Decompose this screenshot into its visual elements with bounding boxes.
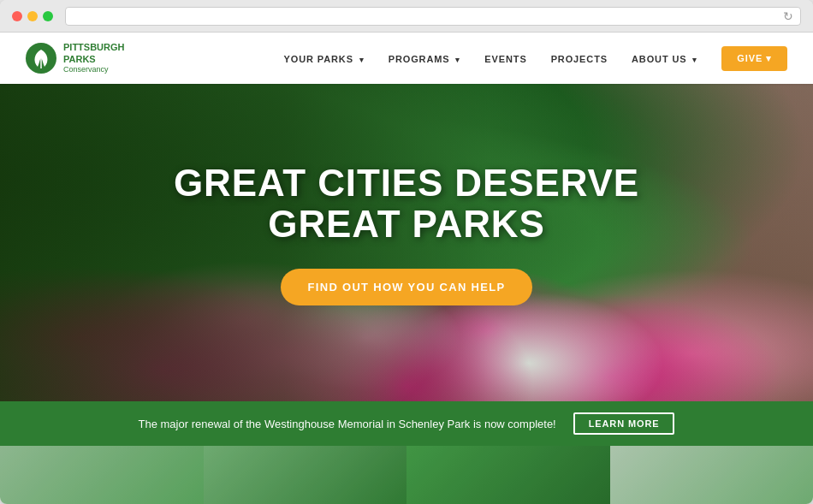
hero-content: GREAT CITIES DESERVE GREAT PARKS FIND OU… — [0, 84, 813, 401]
logo-icon — [26, 43, 56, 74]
maximize-dot — [43, 11, 53, 21]
nav-link-events[interactable]: EVENTS — [484, 54, 526, 64]
brand-line2: Parks — [63, 54, 125, 65]
thumbnail-4[interactable] — [610, 446, 814, 504]
chevron-down-icon: ▾ — [359, 56, 365, 64]
close-dot — [12, 11, 22, 21]
thumbnail-1[interactable] — [0, 446, 204, 504]
brand-line3: Conservancy — [63, 65, 125, 74]
learn-more-button[interactable]: LEARN MORE — [573, 412, 675, 435]
nav-link-your-parks[interactable]: YOUR PARKS ▾ — [284, 54, 365, 64]
logo-text: Pittsburgh Parks Conservancy — [63, 42, 125, 74]
announcement-text: The major renewal of the Westinghouse Me… — [139, 418, 556, 430]
chevron-down-icon: ▾ — [692, 56, 697, 64]
navbar: Pittsburgh Parks Conservancy YOUR PARKS … — [0, 33, 813, 84]
nav-links: YOUR PARKS ▾ PROGRAMS ▾ EVENTS — [284, 46, 787, 71]
refresh-icon[interactable]: ↻ — [783, 9, 793, 23]
browser-window: ↻ Pittsburgh Parks Conservancy — [0, 0, 813, 504]
nav-item-projects[interactable]: PROJECTS — [551, 50, 608, 66]
window-controls — [12, 11, 53, 21]
give-button[interactable]: GIVE ▾ — [721, 46, 787, 71]
thumbnails-strip — [0, 446, 813, 504]
hero-section: GREAT CITIES DESERVE GREAT PARKS FIND OU… — [0, 84, 813, 401]
logo-area[interactable]: Pittsburgh Parks Conservancy — [26, 42, 125, 74]
nav-item-your-parks[interactable]: YOUR PARKS ▾ — [284, 50, 365, 66]
thumbnail-2[interactable] — [204, 446, 407, 504]
chevron-down-icon: ▾ — [455, 56, 460, 64]
address-bar[interactable]: ↻ — [65, 7, 801, 26]
browser-titlebar: ↻ — [0, 0, 813, 33]
nav-item-give[interactable]: GIVE ▾ — [721, 46, 787, 71]
hero-cta-button[interactable]: FIND OUT HOW YOU CAN HELP — [281, 269, 533, 305]
nav-item-programs[interactable]: PROGRAMS ▾ — [389, 50, 461, 66]
announcement-banner: The major renewal of the Westinghouse Me… — [0, 401, 813, 446]
nav-link-projects[interactable]: PROJECTS — [551, 54, 608, 64]
thumbnail-3[interactable] — [406, 446, 610, 504]
minimize-dot — [27, 11, 38, 21]
website-content: Pittsburgh Parks Conservancy YOUR PARKS … — [0, 33, 813, 504]
nav-link-programs[interactable]: PROGRAMS ▾ — [389, 54, 461, 64]
nav-item-events[interactable]: EVENTS — [484, 50, 526, 66]
chevron-down-icon: ▾ — [766, 53, 772, 64]
nav-link-about-us[interactable]: ABOUT US ▾ — [632, 54, 697, 64]
nav-item-about-us[interactable]: ABOUT US ▾ — [632, 50, 697, 66]
hero-title: GREAT CITIES DESERVE GREAT PARKS — [150, 163, 663, 246]
brand-line1: Pittsburgh — [63, 42, 125, 53]
